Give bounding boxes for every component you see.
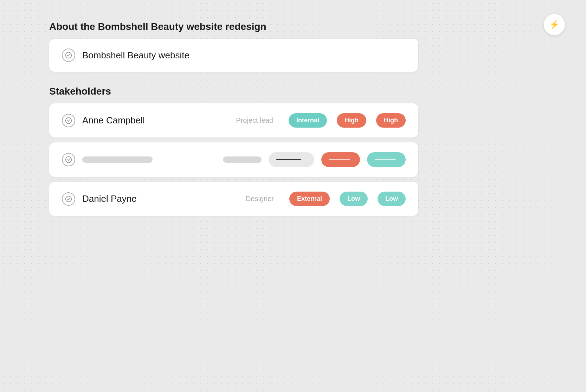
lightning-button[interactable]: ⚡: [544, 14, 565, 35]
anne-badge-high-2: High: [376, 113, 406, 128]
svg-point-0: [66, 52, 72, 58]
skeleton-check-icon: [62, 153, 75, 166]
project-card[interactable]: Bombshell Beauty website: [49, 39, 418, 72]
daniel-badge-external: External: [289, 192, 330, 206]
skeleton-role-bar: [223, 156, 262, 163]
svg-point-2: [66, 157, 72, 163]
daniel-badge-low-1: Low: [340, 192, 368, 206]
about-section-title: About the Bombshell Beauty website redes…: [49, 21, 537, 32]
anne-badge-high-1: High: [337, 113, 366, 128]
about-section: About the Bombshell Beauty website redes…: [49, 21, 537, 72]
anne-check-icon: [62, 114, 75, 127]
about-cards-container: Bombshell Beauty website: [49, 39, 418, 72]
skeleton-orange-line: [329, 159, 350, 160]
lightning-icon: ⚡: [549, 20, 560, 30]
daniel-badge-low-2: Low: [378, 192, 406, 206]
daniel-role: Designer: [246, 195, 274, 203]
page-background: ⚡ About the Bombshell Beauty website red…: [0, 0, 586, 392]
stakeholders-cards-container: Anne Campbell Project lead Internal High…: [49, 103, 418, 216]
skeleton-name-bar: [82, 156, 153, 163]
skeleton-badge-light: [269, 152, 314, 167]
svg-point-3: [66, 196, 72, 202]
svg-point-1: [66, 117, 72, 123]
anne-name: Anne Campbell: [82, 115, 229, 126]
stakeholder-row-daniel-payne[interactable]: Daniel Payne Designer External Low Low: [49, 182, 418, 216]
daniel-check-icon: [62, 192, 75, 206]
stakeholder-row-anne-campbell[interactable]: Anne Campbell Project lead Internal High…: [49, 103, 418, 137]
anne-role: Project lead: [236, 116, 273, 124]
project-check-icon: [62, 49, 75, 62]
project-card-name: Bombshell Beauty website: [82, 50, 406, 61]
skeleton-badge-teal: [367, 152, 406, 167]
stakeholders-section-title: Stakeholders: [49, 86, 537, 97]
anne-badge-internal: Internal: [289, 113, 327, 128]
stakeholders-section: Stakeholders Anne Campbell Project lead …: [49, 86, 537, 216]
skeleton-teal-line: [375, 159, 396, 160]
skeleton-badge-orange: [321, 152, 360, 167]
daniel-name: Daniel Payne: [82, 193, 239, 204]
stakeholder-row-skeleton: [49, 142, 418, 177]
skeleton-badge-line-inner: [276, 159, 301, 160]
